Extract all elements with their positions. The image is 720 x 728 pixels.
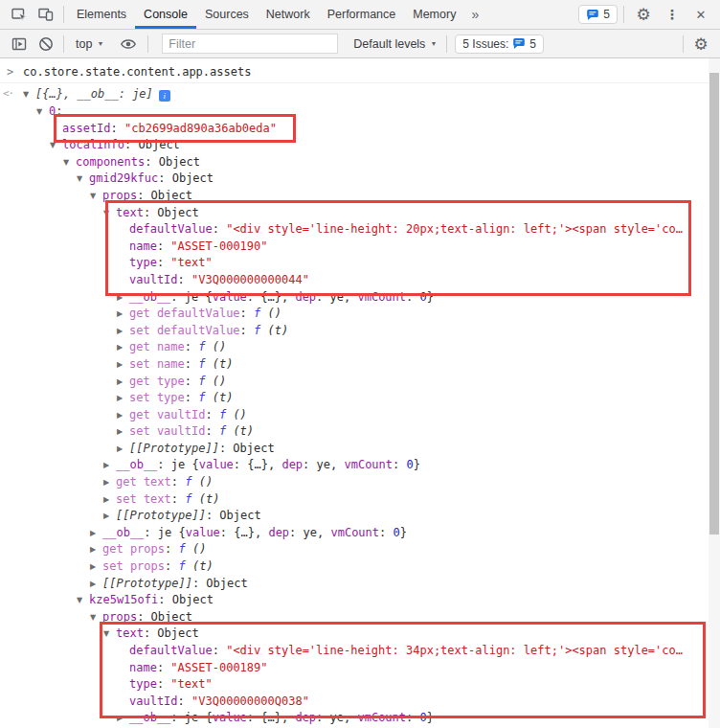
clear-console-button[interactable] [33, 32, 59, 57]
expand-arrow-icon[interactable]: ▶ [90, 525, 102, 542]
console-text: () [191, 475, 213, 489]
console-text: : [240, 307, 254, 320]
separator [63, 35, 64, 53]
console-text: "V3Q000000000044" [191, 273, 309, 286]
collapse-arrow-icon[interactable]: ▼ [50, 137, 62, 154]
collapse-arrow-icon[interactable]: ▼ [63, 154, 76, 171]
log-levels-dropdown[interactable]: Default levels ▼ [353, 37, 437, 51]
console-text: set type [129, 391, 185, 404]
console-tree-row: defaultValue: "<div style='line-height: … [0, 221, 720, 239]
issues-badge[interactable]: 5 [578, 5, 618, 24]
console-text: : Object [144, 206, 199, 219]
console-text: value [199, 458, 234, 471]
expand-arrow-icon[interactable]: ▶ [90, 558, 102, 576]
console-text: } [427, 711, 434, 724]
tab-console[interactable]: Console [135, 0, 196, 29]
expand-arrow-icon[interactable]: ▶ [117, 356, 129, 374]
tab-network[interactable]: Network [258, 0, 319, 29]
expand-arrow-icon[interactable]: ▶ [103, 491, 116, 509]
expand-arrow-icon[interactable]: ▶ [117, 306, 129, 323]
expand-arrow-icon[interactable]: ▶ [117, 407, 129, 424]
console-text: : [213, 222, 226, 236]
collapse-arrow-icon[interactable]: ▼ [90, 609, 102, 626]
tabbar-right-cluster: 5 ⚙ ⋮ ✕ [578, 2, 714, 27]
console-tree-row: vaultId: "V3Q000000000044" [0, 272, 720, 289]
console-settings-button[interactable]: ⚙ [687, 32, 714, 57]
console-text: : [178, 694, 191, 708]
expand-arrow-icon[interactable]: ▶ [117, 374, 129, 391]
expand-arrow-icon[interactable]: ▶ [117, 441, 129, 458]
expand-arrow-icon[interactable]: ▶ [117, 710, 129, 727]
console-text: 0 [394, 526, 400, 539]
javascript-context-dropdown[interactable]: top ▼ [76, 37, 103, 51]
console-tree-row: ▶set type: f (t) [0, 390, 720, 407]
filter-input[interactable] [162, 34, 338, 54]
console-tree-row: ▼text: Object [0, 205, 720, 222]
expand-arrow-icon[interactable]: ▶ [117, 289, 129, 307]
console-text: type [129, 256, 157, 269]
console-text: 0 [420, 711, 427, 724]
inspect-element-button[interactable] [6, 2, 33, 27]
console-text: 0 [407, 458, 414, 471]
expand-arrow-icon[interactable]: ▶ [103, 508, 116, 525]
console-text: set text [116, 492, 171, 506]
tab-elements[interactable]: Elements [68, 0, 135, 29]
expand-arrow-icon[interactable]: ▶ [90, 576, 102, 593]
tab-performance[interactable]: Performance [319, 0, 405, 29]
collapse-arrow-icon[interactable]: ▼ [36, 103, 49, 121]
issues-counter-button[interactable]: 5 Issues: 5 [455, 34, 544, 54]
collapse-arrow-icon[interactable]: ▼ [103, 205, 116, 222]
console-text: : [205, 408, 218, 421]
console-text: : [185, 375, 198, 388]
console-text: 0 [420, 290, 427, 304]
show-console-sidebar-button[interactable] [6, 32, 33, 57]
console-text: __ob__ [129, 711, 170, 724]
console-tree-row: assetId: "cb2699ad890a36ab0eda" [0, 121, 720, 138]
collapse-arrow-icon[interactable]: ▼ [77, 171, 89, 188]
console-text: gmid29kfuc [89, 171, 158, 185]
toggle-device-toolbar-button[interactable] [33, 2, 59, 27]
console-text: : [56, 104, 62, 118]
message-bubble-icon [512, 37, 526, 50]
expand-arrow-icon[interactable]: ▶ [117, 323, 129, 340]
collapse-arrow-icon[interactable]: ▼ [90, 188, 102, 205]
console-text: (t) [186, 559, 214, 573]
scrollbar-thumb[interactable] [709, 73, 719, 535]
console-tree-row: ▼text: Object [0, 626, 720, 643]
expand-arrow-icon[interactable]: ▶ [117, 423, 129, 441]
console-text: : [165, 542, 178, 556]
expand-arrow-icon[interactable]: ▶ [117, 390, 129, 407]
console-text: [[Prototype]] [116, 509, 206, 522]
collapse-arrow-icon[interactable]: ▼ [23, 85, 35, 103]
tab-memory[interactable]: Memory [404, 0, 464, 29]
console-log[interactable]: >co.store.state.content.app.assets<·▼[{…… [0, 58, 720, 728]
close-devtools-button[interactable]: ✕ [687, 2, 714, 27]
tab-sources[interactable]: Sources [196, 0, 258, 29]
console-text: __ob__ [102, 526, 144, 539]
settings-button[interactable]: ⚙ [630, 2, 657, 27]
console-tree-row: ▶[[Prototype]]: Object [0, 441, 720, 458]
console-text: vaultId [129, 694, 178, 708]
console-tree-row: ▶set vaultId: f (t) [0, 423, 720, 441]
console-tree-row: ▼0: [0, 103, 720, 121]
expand-arrow-icon[interactable]: ▶ [103, 474, 116, 491]
console-text: : [171, 492, 185, 506]
expand-arrow-icon[interactable]: ▶ [103, 457, 116, 474]
more-tabs-button[interactable]: » [464, 0, 485, 29]
create-live-expression-button[interactable] [115, 32, 142, 57]
console-text: : [111, 122, 124, 135]
collapse-arrow-icon[interactable]: ▼ [77, 592, 89, 609]
console-text: : [171, 475, 185, 489]
console-text: (t) [191, 492, 219, 506]
more-options-button[interactable]: ⋮ [659, 2, 686, 27]
console-text: f [178, 559, 185, 573]
expand-arrow-icon[interactable]: ▶ [117, 339, 129, 356]
console-text: : [185, 340, 198, 353]
console-text: vmCount [330, 526, 379, 539]
vertical-scrollbar[interactable] [709, 58, 720, 728]
console-text: set vaultId [129, 424, 205, 438]
collapse-arrow-icon[interactable]: ▼ [103, 626, 116, 643]
expand-arrow-icon[interactable]: ▶ [90, 541, 102, 558]
console-tree-row: vaultId: "V3Q00000000Q038" [0, 694, 720, 711]
info-icon[interactable]: i [159, 90, 170, 102]
